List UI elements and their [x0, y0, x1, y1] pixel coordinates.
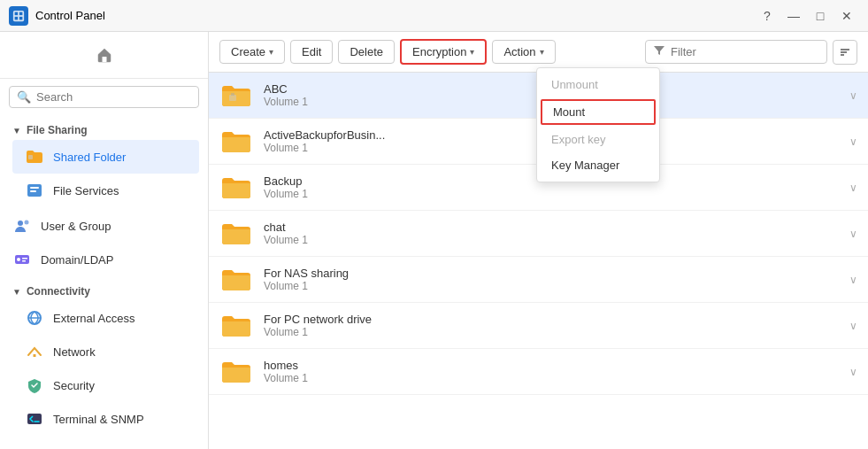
chevron-icon: ▼ [12, 287, 21, 297]
svg-rect-6 [28, 155, 33, 159]
folder-icon [219, 125, 253, 159]
encryption-arrow: ▾ [470, 47, 474, 57]
connectivity-section: ▼ Connectivity External Access [0, 276, 208, 437]
svg-rect-25 [231, 93, 234, 96]
folder-sub: Volume 1 [264, 280, 849, 292]
search-input[interactable] [36, 90, 191, 104]
svg-rect-3 [15, 16, 19, 19]
filter-input[interactable] [671, 45, 819, 58]
search-box: 🔍 [0, 79, 208, 115]
sidebar: 🔍 ▼ File Sharing Shared Folder [0, 32, 209, 449]
connectivity-header[interactable]: ▼ Connectivity [12, 282, 199, 301]
row-chevron: ∨ [849, 135, 857, 148]
svg-rect-8 [30, 187, 39, 189]
window-controls: ? — □ ✕ [755, 4, 859, 27]
svg-rect-14 [22, 258, 27, 259]
search-wrap: 🔍 [9, 86, 199, 108]
user-group-icon [12, 216, 32, 236]
sidebar-item-shared-folder[interactable]: Shared Folder [12, 140, 199, 174]
create-button[interactable]: Create ▾ [219, 40, 285, 64]
terminal-icon [25, 409, 44, 429]
connectivity-label: Connectivity [27, 285, 90, 298]
folder-icon [219, 171, 253, 205]
home-button[interactable] [90, 41, 119, 69]
network-icon [25, 342, 44, 361]
dropdown-item-unmount[interactable]: Unmount [537, 72, 659, 97]
action-label: Action [503, 45, 535, 58]
security-icon [25, 375, 44, 395]
help-button[interactable]: ? [755, 4, 780, 27]
folder-info: chat Volume 1 [264, 221, 849, 246]
row-chevron: ∨ [849, 320, 857, 332]
create-arrow: ▾ [269, 47, 273, 57]
app-title: Control Panel [35, 9, 755, 22]
titlebar: Control Panel ? — □ ✕ [0, 0, 868, 32]
action-arrow: ▾ [540, 47, 544, 57]
row-chevron: ∨ [849, 274, 857, 286]
row-chevron: ∨ [849, 228, 857, 240]
filter-icon [653, 44, 665, 59]
shared-folder-label: Shared Folder [53, 151, 126, 164]
sort-button[interactable] [833, 40, 857, 65]
network-label: Network [53, 345, 96, 359]
toolbar: Create ▾ Edit Delete Encryption ▾ Action… [209, 32, 868, 73]
table-row[interactable]: For NAS sharing Volume 1 ∨ [209, 257, 868, 303]
edit-button[interactable]: Edit [290, 40, 333, 64]
encryption-label: Encryption [412, 45, 466, 58]
app-icon [9, 6, 28, 26]
folder-name: For PC network drive [264, 313, 849, 326]
file-services-icon [25, 181, 44, 200]
folder-sub: Volume 1 [264, 234, 849, 246]
table-row[interactable]: chat Volume 1 ∨ [209, 211, 868, 257]
sidebar-item-domain-ldap[interactable]: Domain/LDAP [0, 243, 208, 276]
folder-sub: Volume 1 [264, 372, 849, 384]
chevron-icon: ▼ [12, 126, 21, 135]
user-group-label: User & Group [41, 220, 111, 233]
svg-rect-9 [30, 190, 36, 192]
folder-info: For PC network drive Volume 1 [264, 313, 849, 338]
content-area: Create ▾ Edit Delete Encryption ▾ Action… [209, 32, 868, 449]
svg-rect-5 [102, 57, 106, 62]
domain-icon [12, 250, 32, 269]
file-sharing-label: File Sharing [27, 124, 88, 136]
folder-icon [219, 79, 253, 112]
svg-rect-15 [22, 260, 26, 262]
folder-name: chat [264, 221, 849, 234]
maximize-button[interactable]: □ [808, 4, 833, 27]
action-button[interactable]: Action ▾ [492, 40, 555, 64]
file-services-label: File Services [53, 184, 119, 197]
terminal-snmp-label: Terminal & SNMP [53, 413, 144, 426]
dropdown-item-key-manager[interactable]: Key Manager [537, 152, 659, 178]
search-icon: 🔍 [17, 90, 31, 104]
edit-label: Edit [302, 45, 321, 58]
encryption-dropdown: Unmount Mount Export key Key Manager [536, 67, 660, 182]
security-label: Security [53, 379, 95, 392]
dropdown-item-export-key[interactable]: Export key [537, 127, 659, 152]
delete-button[interactable]: Delete [338, 40, 395, 64]
sidebar-item-security[interactable]: Security [12, 368, 199, 402]
svg-point-10 [18, 221, 23, 226]
sidebar-item-network[interactable]: Network [12, 335, 199, 368]
sidebar-item-external-access[interactable]: External Access [12, 301, 199, 335]
sidebar-home-area [0, 32, 208, 79]
row-chevron: ∨ [849, 366, 857, 378]
minimize-button[interactable]: — [781, 4, 806, 27]
folder-icon [219, 263, 253, 297]
encryption-button[interactable]: Encryption ▾ [400, 39, 487, 65]
sidebar-item-user-group[interactable]: User & Group [0, 209, 208, 243]
table-row[interactable]: homes Volume 1 ∨ [209, 349, 868, 395]
close-button[interactable]: ✕ [834, 4, 859, 27]
folder-icon [219, 217, 253, 251]
external-access-label: External Access [53, 312, 135, 325]
svg-rect-1 [15, 12, 19, 15]
delete-label: Delete [350, 45, 383, 58]
folder-sub: Volume 1 [264, 188, 849, 200]
sidebar-item-terminal-snmp[interactable]: Terminal & SNMP [12, 402, 199, 436]
sidebar-item-file-services[interactable]: File Services [12, 174, 199, 207]
create-label: Create [231, 45, 265, 58]
svg-rect-2 [19, 12, 23, 15]
file-sharing-header[interactable]: ▼ File Sharing [12, 120, 199, 140]
dropdown-item-mount[interactable]: Mount [541, 99, 656, 125]
table-row[interactable]: For PC network drive Volume 1 ∨ [209, 303, 868, 349]
row-chevron: ∨ [849, 89, 857, 102]
